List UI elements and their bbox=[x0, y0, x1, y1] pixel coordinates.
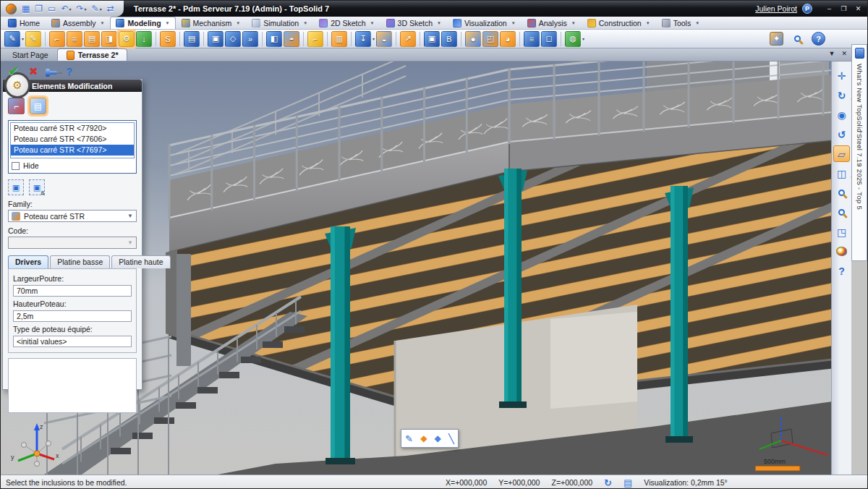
text-cube-button[interactable]: B bbox=[441, 31, 457, 47]
panel-tab-platine-basse[interactable]: Platine basse bbox=[50, 255, 110, 268]
document-replace-icon[interactable]: ▤ bbox=[30, 98, 46, 114]
code-combobox[interactable]: ▼ bbox=[8, 237, 137, 249]
anchor-component-button[interactable]: ↧ bbox=[355, 31, 371, 47]
user-avatar[interactable]: P bbox=[802, 4, 812, 14]
edit-function-button[interactable]: ✎ bbox=[25, 31, 41, 47]
layers-icon[interactable]: ▤ bbox=[624, 477, 632, 488]
validate-button[interactable]: ✔ bbox=[8, 63, 20, 80]
insert-drop-button[interactable]: ↓ bbox=[136, 31, 152, 47]
arrows-button[interactable]: » bbox=[242, 31, 258, 47]
dropdown-arrow-icon[interactable]: ▼ bbox=[437, 21, 441, 25]
close-document-button[interactable]: ✕ bbox=[841, 50, 847, 57]
search-button[interactable] bbox=[791, 32, 804, 46]
edit-element-button[interactable]: ✎ bbox=[4, 31, 20, 47]
save-part-button[interactable]: ▣ bbox=[208, 31, 224, 47]
wrap-sphere-button[interactable]: ● bbox=[465, 31, 481, 47]
user-account-link[interactable]: Julien Poirot bbox=[755, 4, 797, 13]
qat-synchronize-button[interactable]: ⇄ bbox=[106, 3, 115, 14]
qat-screen-button[interactable]: ▭ bbox=[47, 3, 56, 14]
field-input-hauteurpoteau-[interactable] bbox=[13, 310, 132, 322]
qat-undo-button[interactable]: ↶▾ bbox=[60, 3, 72, 14]
select-count-icon[interactable]: ▣8 bbox=[29, 179, 45, 195]
list-item[interactable]: Poteau carré STR <77606> bbox=[11, 134, 134, 145]
qat-copy-document-button[interactable]: ❐ bbox=[34, 3, 43, 14]
plane-orange-icon[interactable]: ◆ bbox=[420, 433, 427, 443]
planes-button[interactable]: ◇ bbox=[225, 31, 241, 47]
close-button[interactable]: ✕ bbox=[852, 4, 864, 14]
dropdown-arrow-icon[interactable]: ▾ bbox=[22, 36, 24, 41]
doc-cube-button[interactable]: ▣ bbox=[424, 31, 440, 47]
help-button[interactable]: ? bbox=[812, 32, 825, 46]
sphere-button[interactable]: ◕ bbox=[500, 31, 516, 47]
qat-save-button[interactable]: ▦ bbox=[21, 3, 30, 14]
dropdown-arrow-icon[interactable]: ▾ bbox=[373, 36, 375, 41]
zoom-window-button[interactable] bbox=[833, 184, 850, 201]
elbow-button[interactable]: ⌐ bbox=[307, 31, 323, 47]
whats-new-tab[interactable]: What's New TopSolid'Steel 7.19 2025 - To… bbox=[851, 44, 867, 261]
minimize-button[interactable]: – bbox=[823, 4, 835, 14]
inclusions-list[interactable]: Poteau carré STR <77920>Poteau carré STR… bbox=[10, 122, 135, 158]
ribbon-tab-mechanism[interactable]: Mechanism▼ bbox=[176, 17, 247, 29]
restore-button[interactable]: ❐ bbox=[838, 4, 850, 14]
qat-edit-pen-button[interactable]: ✎▾ bbox=[91, 3, 103, 14]
beam-panel-button[interactable]: ◨ bbox=[101, 31, 117, 47]
ribbon-tab-construction[interactable]: Construction▼ bbox=[582, 17, 656, 29]
spin-view-button[interactable]: ↺ bbox=[833, 126, 850, 143]
select-same-icon[interactable]: ▣ bbox=[8, 179, 24, 195]
dropdown-arrow-icon[interactable]: ▼ bbox=[166, 21, 170, 25]
qat-topsolid-logo-button[interactable] bbox=[5, 3, 17, 14]
dropdown-arrow-icon[interactable]: ▼ bbox=[370, 21, 375, 25]
dropdown-arrow-icon[interactable]: ▼ bbox=[646, 21, 650, 25]
ribbon-tab-3d-sketch[interactable]: 3D Sketch▼ bbox=[380, 17, 447, 29]
beam-plate-button[interactable]: ▤ bbox=[84, 31, 100, 47]
context-help-button[interactable]: ? bbox=[833, 263, 850, 279]
ribbon-tab-modeling[interactable]: Modeling▼ bbox=[110, 17, 175, 29]
dropdown-arrow-icon[interactable]: ▾ bbox=[69, 7, 72, 12]
hide-checkbox[interactable] bbox=[12, 162, 20, 170]
list-item[interactable]: Poteau carré STR <77920> bbox=[11, 123, 134, 134]
dropdown-arrow-icon[interactable]: ▼ bbox=[695, 21, 699, 25]
tab-start-page[interactable]: Start Page bbox=[4, 48, 57, 61]
field-input-type-de-poteau-quip-[interactable] bbox=[13, 336, 132, 347]
open-cube-button[interactable]: ◰ bbox=[482, 31, 498, 47]
pin-button[interactable] bbox=[48, 67, 57, 76]
beam-stack-button[interactable]: ≡ bbox=[67, 31, 82, 47]
modify-steel-button[interactable]: ⚙ bbox=[119, 31, 135, 47]
panel-tab-drivers[interactable]: Drivers bbox=[8, 255, 48, 268]
histogram-button[interactable]: ▥ bbox=[331, 31, 347, 47]
dropdown-arrow-icon[interactable]: ▾ bbox=[100, 7, 102, 12]
rotate-view-button[interactable]: ↻▾ bbox=[833, 87, 850, 103]
plane-blue-icon[interactable]: ◆ bbox=[435, 433, 441, 443]
line-icon[interactable]: ╲ bbox=[448, 433, 454, 444]
ribbon-tab-visualization[interactable]: Visualization▼ bbox=[447, 17, 522, 29]
rotation-icon[interactable]: ↻ bbox=[604, 477, 612, 488]
move-component-button[interactable]: ↗ bbox=[400, 31, 416, 47]
list-item[interactable]: Poteau carré STR <77697> bbox=[11, 145, 134, 156]
customize-button[interactable]: ✦ bbox=[770, 32, 783, 46]
ribbon-tab-assembly[interactable]: Assembly▼ bbox=[46, 17, 110, 29]
zoom-all-button[interactable] bbox=[833, 204, 850, 221]
dropdown-arrow-icon[interactable]: ▾ bbox=[582, 36, 584, 41]
assembly-cube-button[interactable]: ◧ bbox=[266, 31, 282, 47]
visualization-setting[interactable]: Visualization: 0,2mm 15° bbox=[644, 478, 727, 487]
curve-tool-button[interactable]: S bbox=[160, 31, 176, 47]
dropdown-arrow-icon[interactable]: ▼ bbox=[511, 21, 516, 25]
panel-tab-platine-haute[interactable]: Platine haute bbox=[111, 255, 170, 268]
ribbon-tab-tools[interactable]: Tools▼ bbox=[656, 17, 705, 29]
dropdown-arrow-icon[interactable]: ▾ bbox=[85, 7, 87, 12]
view-orientation-button[interactable]: ▱ bbox=[833, 145, 850, 162]
dropdown-arrow-icon[interactable]: ▼ bbox=[303, 21, 307, 25]
dialog-help-button[interactable]: ? bbox=[67, 66, 73, 77]
family-combobox[interactable]: Poteau carré STR ▼ bbox=[8, 210, 137, 222]
beam-profile-button[interactable]: ⌐ bbox=[49, 31, 65, 47]
ribbon-tab-2d-sketch[interactable]: 2D Sketch▼ bbox=[313, 17, 380, 29]
field-input-largeurpoutre-[interactable] bbox=[13, 285, 132, 297]
pan-view-button[interactable]: ✛ bbox=[833, 67, 850, 84]
collapse-ribbon-button[interactable]: ▼ bbox=[829, 50, 835, 57]
qat-redo-button[interactable]: ↷▾ bbox=[76, 3, 88, 14]
dome-cube-button[interactable]: ◓ bbox=[284, 31, 299, 47]
measure-cube-button[interactable]: ◍ bbox=[565, 31, 581, 47]
render-style-button[interactable] bbox=[833, 243, 850, 260]
ribbon-tab-home[interactable]: Home bbox=[2, 17, 46, 29]
examine-model-button[interactable]: ◳ bbox=[833, 224, 850, 240]
